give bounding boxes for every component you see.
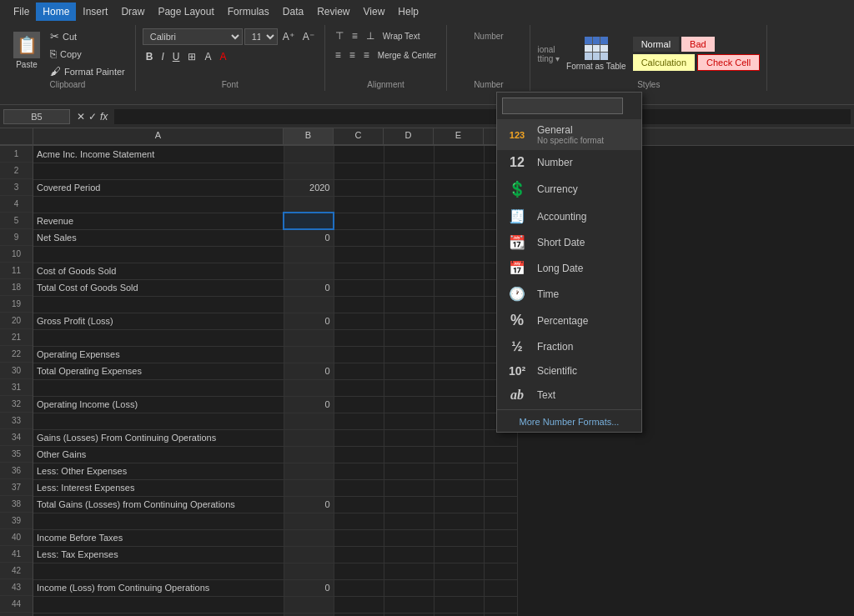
cell-E41[interactable] bbox=[434, 546, 484, 563]
cell-C44[interactable] bbox=[334, 596, 384, 613]
border-button[interactable]: ⊞ bbox=[184, 49, 199, 64]
font-color-button[interactable]: A bbox=[216, 49, 229, 64]
format-fraction-item[interactable]: ½ Fraction bbox=[497, 334, 641, 359]
cell-A37[interactable]: Less: Interest Expenses bbox=[33, 479, 284, 496]
align-middle-button[interactable]: ≡ bbox=[349, 28, 361, 43]
cell-B35[interactable] bbox=[284, 446, 334, 463]
cell-A9[interactable]: Net Sales bbox=[33, 229, 284, 246]
cell-C32[interactable] bbox=[334, 396, 384, 413]
formula-input[interactable] bbox=[114, 109, 851, 124]
cell-C35[interactable] bbox=[334, 446, 384, 463]
cell-D18[interactable] bbox=[384, 279, 434, 296]
cell-B39[interactable] bbox=[284, 513, 334, 529]
cell-D11[interactable] bbox=[384, 263, 434, 279]
format-currency-item[interactable]: 💲 Currency bbox=[497, 175, 641, 203]
cell-D20[interactable] bbox=[384, 313, 434, 329]
format-percentage-item[interactable]: % Percentage bbox=[497, 307, 641, 334]
cell-E45[interactable] bbox=[434, 613, 484, 616]
cell-C19[interactable] bbox=[334, 296, 384, 313]
col-header-c[interactable]: C bbox=[334, 128, 384, 145]
cell-C4[interactable] bbox=[334, 196, 384, 213]
cell-A2[interactable] bbox=[33, 163, 284, 179]
cell-A34[interactable]: Gains (Losses) From Continuing Operation… bbox=[33, 429, 284, 446]
cell-D44[interactable] bbox=[384, 596, 434, 613]
cell-E42[interactable] bbox=[434, 563, 484, 579]
cell-B37[interactable] bbox=[284, 479, 334, 496]
cell-D10[interactable] bbox=[384, 246, 434, 263]
cell-B41[interactable] bbox=[284, 546, 334, 563]
menu-view[interactable]: View bbox=[357, 3, 392, 21]
cell-C38[interactable] bbox=[334, 496, 384, 513]
cell-C33[interactable] bbox=[334, 413, 384, 429]
format-accounting-item[interactable]: 🧾 Accounting bbox=[497, 203, 641, 229]
cell-D19[interactable] bbox=[384, 296, 434, 313]
cell-B31[interactable] bbox=[284, 379, 334, 396]
cell-E38[interactable] bbox=[434, 496, 484, 513]
cell-B1[interactable] bbox=[284, 146, 334, 163]
cell-A31[interactable] bbox=[33, 379, 284, 396]
cell-C18[interactable] bbox=[334, 279, 384, 296]
cells-area[interactable]: Acme Inc. Income StatementCovered Period… bbox=[33, 146, 854, 616]
italic-button[interactable]: I bbox=[158, 49, 167, 64]
cell-D41[interactable] bbox=[384, 546, 434, 563]
cut-button[interactable]: ✂ Cut bbox=[47, 28, 128, 44]
cell-D21[interactable] bbox=[384, 329, 434, 346]
menu-review[interactable]: Review bbox=[310, 3, 356, 21]
paste-button[interactable]: 📋 Paste bbox=[7, 28, 47, 73]
cell-D30[interactable] bbox=[384, 363, 434, 379]
format-number-item[interactable]: 12 Number bbox=[497, 150, 641, 175]
cell-B42[interactable] bbox=[284, 563, 334, 579]
cell-D5[interactable] bbox=[384, 213, 434, 229]
align-right-button[interactable]: ≡ bbox=[360, 48, 373, 63]
cell-A35[interactable]: Other Gains bbox=[33, 446, 284, 463]
cell-C20[interactable] bbox=[334, 313, 384, 329]
cell-C30[interactable] bbox=[334, 363, 384, 379]
cell-B10[interactable] bbox=[284, 246, 334, 263]
cell-E5[interactable] bbox=[434, 213, 484, 229]
col-header-d[interactable]: D bbox=[384, 128, 434, 145]
cell-D35[interactable] bbox=[384, 446, 434, 463]
cell-D33[interactable] bbox=[384, 413, 434, 429]
normal-style-button[interactable]: Normal bbox=[633, 37, 679, 52]
cell-E22[interactable] bbox=[434, 346, 484, 363]
cell-F38[interactable] bbox=[484, 496, 517, 513]
menu-formulas[interactable]: Formulas bbox=[221, 3, 276, 21]
cell-B44[interactable] bbox=[284, 596, 334, 613]
cell-D31[interactable] bbox=[384, 379, 434, 396]
cell-A44[interactable] bbox=[33, 596, 284, 613]
cell-A38[interactable]: Total Gains (Losses) from Continuing Ope… bbox=[33, 496, 284, 513]
cell-A20[interactable]: Gross Profit (Loss) bbox=[33, 313, 284, 329]
underline-button[interactable]: U bbox=[169, 49, 183, 64]
cell-B40[interactable] bbox=[284, 529, 334, 546]
font-name-selector[interactable]: Calibri bbox=[143, 28, 243, 45]
cell-C11[interactable] bbox=[334, 263, 384, 279]
cell-B9[interactable]: 0 bbox=[284, 229, 334, 246]
cell-B18[interactable]: 0 bbox=[284, 279, 334, 296]
cell-C22[interactable] bbox=[334, 346, 384, 363]
cell-D9[interactable] bbox=[384, 229, 434, 246]
copy-button[interactable]: ⎘ Copy bbox=[47, 46, 128, 62]
align-top-button[interactable]: ⊤ bbox=[332, 28, 347, 43]
cell-B34[interactable] bbox=[284, 429, 334, 446]
cell-E30[interactable] bbox=[434, 363, 484, 379]
cell-E2[interactable] bbox=[434, 163, 484, 179]
cell-F36[interactable] bbox=[484, 463, 517, 479]
cell-E35[interactable] bbox=[434, 446, 484, 463]
cell-C1[interactable] bbox=[334, 146, 384, 163]
fill-color-button[interactable]: A bbox=[201, 49, 214, 64]
cell-F35[interactable] bbox=[484, 446, 517, 463]
cell-E10[interactable] bbox=[434, 246, 484, 263]
calculation-style-button[interactable]: Calculation bbox=[633, 54, 695, 71]
cell-E31[interactable] bbox=[434, 379, 484, 396]
cell-D4[interactable] bbox=[384, 196, 434, 213]
cell-B4[interactable] bbox=[284, 196, 334, 213]
align-center-button[interactable]: ≡ bbox=[346, 48, 359, 63]
format-scientific-item[interactable]: 10² Scientific bbox=[497, 359, 641, 383]
cell-B20[interactable]: 0 bbox=[284, 313, 334, 329]
cell-B30[interactable]: 0 bbox=[284, 363, 334, 379]
cell-E33[interactable] bbox=[434, 413, 484, 429]
cell-F37[interactable] bbox=[484, 479, 517, 496]
cell-B45[interactable] bbox=[284, 613, 334, 616]
cell-E44[interactable] bbox=[434, 596, 484, 613]
cell-C37[interactable] bbox=[334, 479, 384, 496]
